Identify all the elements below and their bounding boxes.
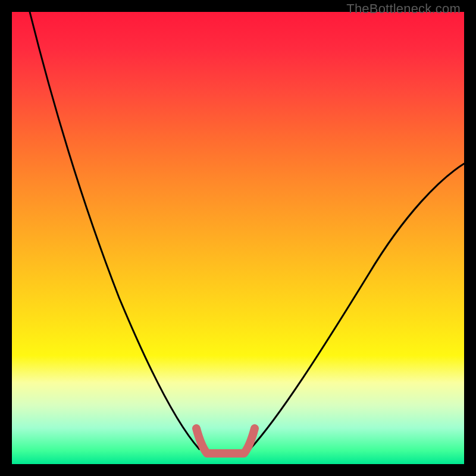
right-curve bbox=[250, 164, 464, 449]
chart-frame: TheBottleneck.com bbox=[0, 0, 476, 476]
watermark-text: TheBottleneck.com bbox=[346, 1, 461, 17]
bottom-marker bbox=[196, 428, 255, 453]
left-curve bbox=[30, 12, 199, 449]
chart-svg bbox=[12, 12, 464, 464]
